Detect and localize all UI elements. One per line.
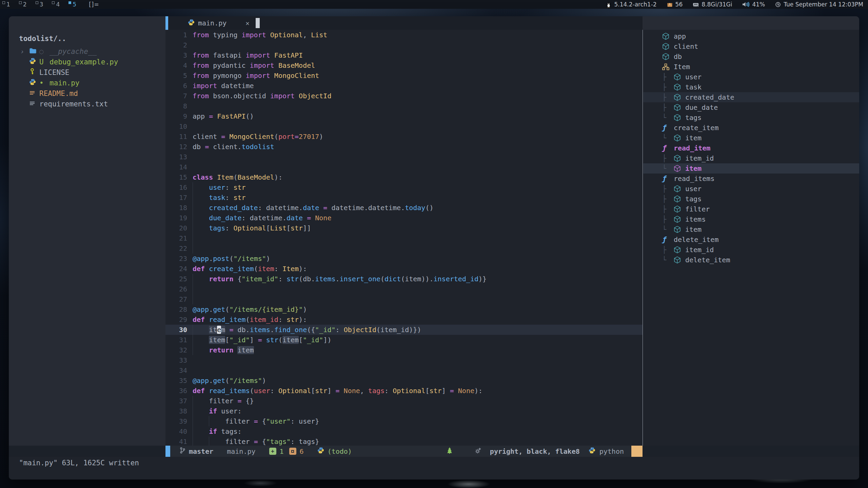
code-line[interactable]: 35@app.get("/items") — [165, 375, 643, 386]
workspace-tab-1[interactable]: 1 — [0, 0, 17, 9]
line-number: 28 — [165, 304, 187, 314]
line-number: 15 — [165, 172, 187, 182]
outline-item-item[interactable]: └item — [643, 224, 859, 235]
code-line[interactable]: 26 — [165, 284, 643, 294]
code-line[interactable]: 18 created_date: datetime.date = datetim… — [165, 203, 643, 213]
workspace-tab-2[interactable]: 2 — [17, 0, 33, 9]
tree-connector: ├ — [662, 103, 674, 111]
git-changed-icon — [289, 448, 296, 455]
code-line[interactable]: 12db = client.todolist — [165, 142, 643, 152]
code-line[interactable]: 6import datetime — [165, 81, 643, 91]
tree-item-LICENSE[interactable]: LICENSE — [9, 67, 165, 78]
outline-item-Item[interactable]: Item — [643, 62, 859, 72]
code-line[interactable]: 27 — [165, 294, 643, 304]
code-line[interactable]: 39 filter = {"user": user} — [165, 416, 643, 426]
code-line[interactable]: 22 — [165, 243, 643, 253]
line-number: 35 — [165, 375, 187, 386]
code-line[interactable]: 1from typing import Optional, List — [165, 30, 643, 40]
code-line[interactable]: 40 if tags: — [165, 426, 643, 436]
code-line[interactable]: 8 — [165, 101, 643, 111]
code-line[interactable]: 2 — [165, 40, 643, 50]
code-line[interactable]: 37 filter = {} — [165, 396, 643, 406]
code-line[interactable]: 41 filter = {"tags": tags} — [165, 436, 643, 446]
outline-item-task[interactable]: ├task — [643, 82, 859, 92]
outline-item-tags[interactable]: ├tags — [643, 194, 859, 204]
outline-item-filter[interactable]: ├filter — [643, 204, 859, 214]
tree-item-__pycache__[interactable]: ›◌__pycache__ — [9, 46, 165, 57]
close-buffer-icon[interactable]: ✕ — [245, 19, 249, 27]
code-line[interactable]: 7from bson.objectid import ObjectId — [165, 91, 643, 101]
git-status-badge: ◌ — [39, 47, 50, 56]
code-line[interactable]: 24def create_item(item: Item): — [165, 264, 643, 274]
workspace-tab-5[interactable]: 5 — [66, 0, 83, 9]
code-line[interactable]: 10 — [165, 121, 643, 131]
outline-item-item[interactable]: └item — [643, 133, 859, 143]
outline-item-create_item[interactable]: ƒcreate_item — [643, 123, 859, 133]
code-text: if user: — [187, 406, 643, 416]
tree-item-README.md[interactable]: README.md — [9, 88, 165, 99]
code-line[interactable]: 31 item["_id"] = str(item["_id"]) — [165, 335, 643, 345]
outline-item-item_id[interactable]: ├item_id — [643, 153, 859, 163]
code-line[interactable]: 14 — [165, 162, 643, 172]
code-line[interactable]: 21 — [165, 233, 643, 243]
code-line[interactable]: 25 return {"item_id": str(db.items.inser… — [165, 274, 643, 284]
outline-item-db[interactable]: db — [643, 52, 859, 62]
outline-item-created_date[interactable]: ├created_date — [643, 92, 859, 102]
code-text: from fastapi import FastAPI — [187, 50, 643, 60]
code-editor[interactable]: 1from typing import Optional, List23from… — [165, 30, 643, 446]
tree-item-debug_example.py[interactable]: Udebug_example.py — [9, 57, 165, 67]
code-text: from pydantic import BaseModel — [187, 60, 643, 70]
tree-item-main.py[interactable]: •main.py — [9, 78, 165, 88]
file-explorer-root[interactable]: todolist/.. — [9, 33, 165, 46]
outline-item-user[interactable]: ├user — [643, 184, 859, 194]
outline-item-read_items[interactable]: ƒread_items — [643, 174, 859, 184]
code-line[interactable]: 33 — [165, 355, 643, 365]
outline-item-items[interactable]: ├items — [643, 214, 859, 224]
code-line[interactable]: 3from fastapi import FastAPI — [165, 50, 643, 60]
code-text: created_date: datetime.date = datetime.d… — [187, 203, 643, 213]
code-line[interactable]: 20 tags: Optional[List[str]] — [165, 223, 643, 233]
code-line[interactable]: 9app = FastAPI() — [165, 111, 643, 121]
outline-item-item_id[interactable]: ├item_id — [643, 245, 859, 255]
variable-icon — [674, 216, 685, 223]
code-line[interactable]: 11client = MongoClient(port=27017) — [165, 131, 643, 142]
treesitter-icon — [447, 447, 453, 455]
git-status-badge: U — [39, 58, 50, 66]
code-line[interactable]: 23@app.post("/items") — [165, 253, 643, 264]
outline-item-tags[interactable]: └tags — [643, 113, 859, 123]
git-diff-added: + 1 — [269, 447, 284, 455]
code-line[interactable]: 38 if user: — [165, 406, 643, 416]
outline-item-user[interactable]: ├user — [643, 72, 859, 82]
code-line[interactable]: 19 due_date: datetime.date = None — [165, 213, 643, 223]
code-line[interactable]: 32 return item — [165, 345, 643, 355]
code-line[interactable]: 13 — [165, 152, 643, 162]
line-number: 3 — [165, 50, 187, 60]
outline-item-app[interactable]: app — [643, 31, 859, 41]
code-line[interactable]: 28@app.get("/items/{item_id}") — [165, 304, 643, 314]
outline-item-delete_item[interactable]: ƒdelete_item — [643, 235, 859, 245]
code-line[interactable]: 29def read_item(item_id: str): — [165, 314, 643, 325]
line-number: 32 — [165, 345, 187, 355]
outline-item-delete_item[interactable]: └delete_item — [643, 255, 859, 265]
code-line[interactable]: 4from pydantic import BaseModel — [165, 60, 643, 70]
outline-item-item[interactable]: └item — [643, 163, 859, 174]
variable-icon — [674, 83, 685, 91]
outline-item-due_date[interactable]: ├due_date — [643, 102, 859, 113]
buffer-tab[interactable]: main.py — [188, 19, 226, 27]
tree-item-requirements.txt[interactable]: requirements.txt — [9, 99, 165, 109]
layout-indicator[interactable]: []= — [83, 1, 105, 8]
workspace-tab-3[interactable]: 3 — [33, 0, 50, 9]
code-line[interactable]: 16 user: str — [165, 182, 643, 192]
code-text: import datetime — [187, 81, 643, 91]
outline-item-client[interactable]: client — [643, 41, 859, 52]
code-line[interactable]: 15class Item(BaseModel): — [165, 172, 643, 182]
code-line[interactable]: 5from pymongo import MongoClient — [165, 70, 643, 81]
outline-item-read_item[interactable]: ƒread_item — [643, 143, 859, 153]
tree-connector: ├ — [662, 73, 674, 81]
code-line[interactable]: 30 item = db.items.find_one({"_id": Obje… — [165, 325, 643, 335]
workspace-tab-4[interactable]: 4 — [50, 0, 66, 9]
window-separator[interactable] — [643, 30, 643, 446]
code-line[interactable]: 36def read_items(user: Optional[str] = N… — [165, 386, 643, 396]
code-line[interactable]: 17 task: str — [165, 192, 643, 203]
code-line[interactable]: 34 — [165, 365, 643, 375]
